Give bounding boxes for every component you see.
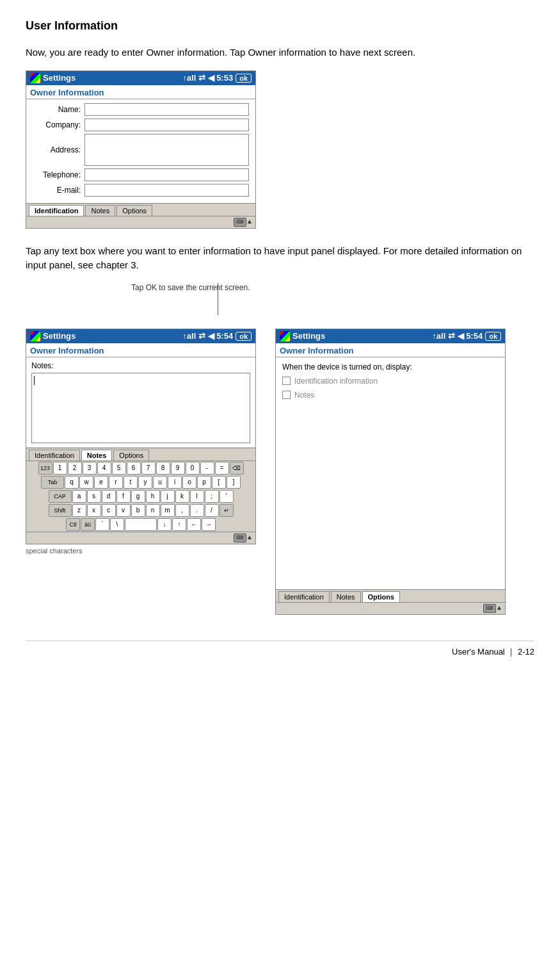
kb-key-g[interactable]: g	[131, 490, 145, 503]
kb-key-space[interactable]	[125, 518, 157, 531]
kb-key-q[interactable]: q	[65, 476, 79, 489]
tab-options-s2[interactable]: Options	[113, 450, 149, 461]
screen2-titlebar: Settings ↑all ⇄ ◀ 5:54 ok	[26, 329, 255, 343]
screen1-ok-button[interactable]: ok	[236, 74, 252, 83]
kb-row-5: Ctl áü ` \ ↓ ↑ ← →	[26, 518, 255, 532]
kb-key-minus[interactable]: -	[200, 462, 214, 475]
tab-notes-s3[interactable]: Notes	[331, 591, 361, 602]
kb-row-1: 123 1 2 3 4 5 6 7 8 9 0 - = ⌫	[26, 461, 255, 475]
kb-key-e[interactable]: e	[94, 476, 108, 489]
screen2-bottom-bar: ⌨ ▲	[26, 532, 255, 544]
kb-key-backslash[interactable]: \	[110, 518, 124, 531]
name-input[interactable]	[84, 103, 249, 116]
kb-key-4[interactable]: 4	[97, 462, 111, 475]
kb-key-comma[interactable]: ,	[175, 504, 189, 517]
kb-key-tab[interactable]: Tab	[41, 476, 64, 489]
page-footer: User's Manual ｜ 2-12	[26, 640, 534, 658]
kb-key-lbracket[interactable]: [	[212, 476, 226, 489]
two-screens-container: Settings ↑all ⇄ ◀ 5:54 ok Owner Informat…	[26, 329, 534, 615]
address-label: Address:	[33, 145, 81, 154]
kb-key-x[interactable]: x	[87, 504, 101, 517]
kb-key-rbracket[interactable]: ]	[227, 476, 241, 489]
keyboard-icon-s3[interactable]: ⌨	[483, 604, 496, 613]
tab-options-s3[interactable]: Options	[362, 591, 401, 602]
kb-key-t[interactable]: t	[124, 476, 138, 489]
kb-key-enter[interactable]: ↵	[220, 504, 234, 517]
kb-key-s[interactable]: s	[87, 490, 101, 503]
kb-key-123[interactable]: 123	[38, 462, 52, 475]
kb-key-up[interactable]: ↑	[172, 518, 186, 531]
kb-key-1[interactable]: 1	[53, 462, 67, 475]
notes-checkbox[interactable]	[282, 391, 291, 399]
kb-key-backtick[interactable]: `	[95, 518, 109, 531]
kb-key-2[interactable]: 2	[68, 462, 82, 475]
kb-key-n[interactable]: n	[146, 504, 160, 517]
company-row: Company:	[33, 118, 249, 131]
kb-key-0[interactable]: 0	[186, 462, 200, 475]
kb-key-left[interactable]: ←	[187, 518, 201, 531]
screen2-ok-button[interactable]: ok	[236, 332, 252, 341]
kb-key-period[interactable]: .	[190, 504, 204, 517]
kb-key-backspace[interactable]: ⌫	[230, 462, 244, 475]
kb-key-d[interactable]: d	[102, 490, 116, 503]
identification-checkbox[interactable]	[282, 377, 291, 385]
email-input[interactable]	[84, 184, 249, 197]
kb-key-a[interactable]: a	[72, 490, 86, 503]
notes-area: Notes:	[26, 357, 255, 448]
kb-key-p[interactable]: p	[197, 476, 211, 489]
kb-key-down[interactable]: ↓	[157, 518, 172, 531]
screen3-ok-button[interactable]: ok	[485, 332, 501, 341]
kb-key-caps[interactable]: CAP	[49, 490, 72, 503]
kb-key-6[interactable]: 6	[127, 462, 141, 475]
notes-option-label: Notes	[294, 391, 314, 400]
kb-key-equals[interactable]: =	[215, 462, 229, 475]
kb-key-7[interactable]: 7	[141, 462, 156, 475]
kb-key-m[interactable]: m	[161, 504, 175, 517]
up-arrow-s2: ▲	[246, 534, 253, 542]
s3-titlebar-left: Settings	[280, 331, 325, 341]
name-row: Name:	[33, 103, 249, 116]
kb-key-v[interactable]: v	[116, 504, 131, 517]
kb-key-semicolon[interactable]: ;	[205, 490, 219, 503]
kb-key-i[interactable]: i	[168, 476, 182, 489]
kb-key-right[interactable]: →	[202, 518, 216, 531]
kb-key-special-chars[interactable]: áü	[81, 518, 95, 531]
screen3-app-name: Settings	[292, 331, 325, 341]
screen3-header: Owner Information	[276, 343, 505, 357]
kb-key-5[interactable]: 5	[112, 462, 126, 475]
address-input[interactable]	[84, 134, 249, 166]
kb-key-ctrl[interactable]: Ctl	[66, 518, 80, 531]
telephone-input[interactable]	[84, 168, 249, 181]
middle-text: Tap any text box where you want to enter…	[26, 244, 534, 273]
tab-notes-s2[interactable]: Notes	[81, 450, 113, 461]
kb-key-slash[interactable]: /	[205, 504, 219, 517]
kb-key-y[interactable]: y	[138, 476, 152, 489]
kb-key-o[interactable]: o	[182, 476, 196, 489]
keyboard-icon-s2[interactable]: ⌨	[234, 534, 246, 542]
tab-identification-s1[interactable]: Identification	[29, 205, 84, 216]
kb-key-j[interactable]: j	[161, 490, 175, 503]
company-input[interactable]	[84, 118, 249, 131]
kb-key-w[interactable]: w	[79, 476, 93, 489]
kb-key-3[interactable]: 3	[83, 462, 97, 475]
notes-textbox[interactable]	[31, 373, 250, 443]
kb-key-l[interactable]: l	[190, 490, 204, 503]
kb-key-k[interactable]: k	[175, 490, 189, 503]
kb-key-c[interactable]: c	[102, 504, 116, 517]
kb-key-r[interactable]: r	[109, 476, 123, 489]
s2-titlebar-right: ↑all ⇄ ◀ 5:54 ok	[182, 331, 252, 341]
kb-key-h[interactable]: h	[146, 490, 160, 503]
keyboard-icon-s1[interactable]: ⌨	[234, 218, 246, 227]
kb-key-9[interactable]: 9	[171, 462, 185, 475]
kb-key-z[interactable]: z	[72, 504, 86, 517]
kb-key-u[interactable]: u	[153, 476, 167, 489]
kb-key-f[interactable]: f	[116, 490, 131, 503]
kb-key-quote[interactable]: '	[220, 490, 234, 503]
tab-identification-s3[interactable]: Identification	[278, 591, 330, 602]
tab-notes-s1[interactable]: Notes	[85, 205, 115, 216]
kb-key-shift[interactable]: Shift	[49, 504, 72, 517]
kb-key-8[interactable]: 8	[156, 462, 170, 475]
kb-key-b[interactable]: b	[131, 504, 145, 517]
tab-options-s1[interactable]: Options	[116, 205, 152, 216]
tab-identification-s2[interactable]: Identification	[29, 450, 80, 461]
